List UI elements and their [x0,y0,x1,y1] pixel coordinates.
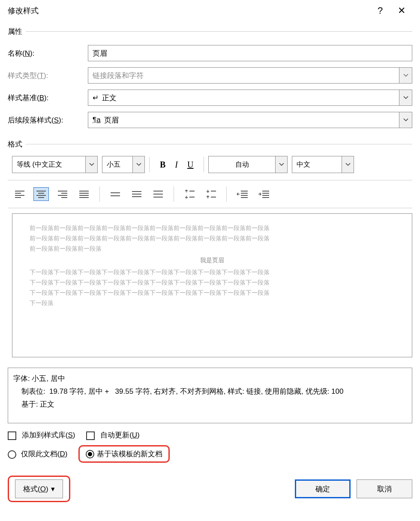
properties-form: 名称(N): 样式类型(T): 链接段落和字符 样式基准(B): ↵ 正文 [0,45,420,128]
section-format: 格式 [0,134,420,152]
return-icon: ↵ [93,93,99,102]
cancel-button[interactable]: 取消 [357,479,412,498]
paragraph-icon: ¶a [93,116,101,124]
underline-button[interactable]: U [187,160,193,170]
dialog-title: 修改样式 [8,6,369,16]
chevron-down-icon[interactable] [399,112,412,128]
chevron-down-icon [399,68,412,83]
chevron-down-icon[interactable] [85,156,97,173]
align-center-button[interactable] [33,187,49,201]
following-style-label: 后续段落样式(S): [8,115,83,125]
name-label: 名称(N): [8,48,83,58]
based-on-select[interactable]: ↵ 正文 [88,90,412,106]
style-preview: 前一段落前一段落前一段落前一段落前一段落前一段落前一段落前一段落前一段落前一段落… [12,213,412,357]
auto-update-checkbox[interactable]: 自动更新(U) [86,430,139,440]
close-button[interactable]: ✕ [391,2,412,19]
caret-down-icon: ▾ [51,485,55,494]
preview-next-line: 下一段落 [30,298,395,308]
bold-button[interactable]: B [160,160,165,170]
options-area: 添加到样式库(S) 自动更新(U) 仅限此文档(D) 基于该模板的新文档 [0,423,420,463]
chevron-down-icon[interactable] [399,90,412,105]
style-description: 字体: 小五, 居中 制表位: 19.78 字符, 居中 + 39.55 字符,… [8,368,412,423]
color-combo[interactable]: 自动 [208,156,288,173]
titlebar: 修改样式 ? ✕ [0,0,420,21]
increase-indent-button[interactable] [256,187,271,201]
preview-prev-line: 前一段落前一段落前一段落前一段落前一段落前一段落前一段落前一段落前一段落前一段落 [30,223,395,234]
format-menu-button[interactable]: 格式(O) ▾ [15,479,63,498]
italic-button[interactable]: I [175,160,178,170]
style-type-select: 链接段落和字符 [88,67,412,84]
ok-button[interactable]: 确定 [295,479,351,498]
font-combo[interactable]: 等线 (中文正文 [12,156,98,173]
template-documents-radio[interactable]: 基于该模板的新文档 [78,445,170,463]
line-spacing-2-button[interactable] [150,187,166,201]
language-combo[interactable]: 中文 [292,156,354,173]
chevron-down-icon[interactable] [342,156,354,173]
add-to-gallery-checkbox[interactable]: 添加到样式库(S) [8,430,75,440]
name-field[interactable] [88,45,412,61]
based-on-label: 样式基准(B): [8,93,83,103]
style-type-label: 样式类型(T): [8,71,83,81]
dialog-footer: 格式(O) ▾ 确定 取消 [0,468,420,508]
section-properties: 属性 [0,21,420,39]
line-spacing-1-button[interactable] [108,187,123,201]
help-button[interactable]: ? [369,2,391,19]
spacing-increase-button[interactable] [182,187,197,201]
chevron-down-icon[interactable] [275,156,287,173]
following-style-select[interactable]: ¶a 页眉 [88,112,412,128]
this-document-only-radio[interactable]: 仅限此文档(D) [8,449,67,459]
align-right-button[interactable] [55,187,70,201]
align-justify-button[interactable] [76,187,92,201]
format-toolbar: 等线 (中文正文 小五 B I U 自动 中文 [0,152,420,177]
preview-next-line: 下一段落下一段落下一段落下一段落下一段落下一段落下一段落下一段落下一段落下一段落 [30,288,395,298]
preview-next-line: 下一段落下一段落下一段落下一段落下一段落下一段落下一段落下一段落下一段落下一段落 [30,267,395,278]
chevron-down-icon[interactable] [132,156,144,173]
preview-prev-line: 前一段落前一段落前一段落前一段落前一段落前一段落前一段落前一段落前一段落前一段落 [30,234,395,244]
line-spacing-15-button[interactable] [129,187,144,201]
spacing-decrease-button[interactable] [203,187,219,201]
preview-sample-text: 我是页眉 [30,255,395,266]
paragraph-toolbar [8,180,412,208]
preview-next-line: 下一段落下一段落下一段落下一段落下一段落下一段落下一段落下一段落下一段落下一段落 [30,278,395,288]
decrease-indent-button[interactable] [234,187,250,201]
align-left-button[interactable] [12,187,27,201]
size-combo[interactable]: 小五 [102,156,145,173]
preview-prev-line: 前一段落前一段落前一段落 [30,244,395,254]
